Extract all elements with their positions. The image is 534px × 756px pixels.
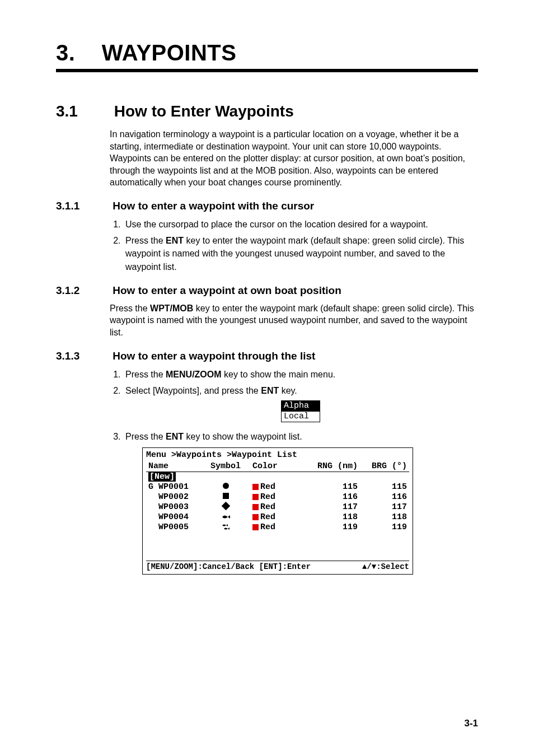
col-symbol: Symbol [201, 461, 250, 472]
step-313-1: Press the MENU/ZOOM key to show the main… [123, 368, 476, 381]
col-name: Name [146, 461, 201, 472]
table-row: WP0005 Red 119 119 [146, 522, 409, 533]
chapter-number: 3. [56, 40, 95, 66]
section-intro: In navigation terminology a waypoint is … [110, 128, 476, 189]
subsection-311-heading: 3.1.1 How to enter a waypoint with the c… [56, 200, 478, 212]
step-313-2: Select [Waypoints], and press the ENT ke… [123, 384, 476, 422]
menu-option-alpha: Alpha [281, 400, 320, 411]
figure-footer-left: [MENU/ZOOM]:Cancel/Back [ENT]:Enter [146, 562, 311, 572]
subsection-312-heading: 3.1.2 How to enter a waypoint at own boa… [56, 284, 478, 297]
step-313-3: Press the ENT key to show the waypoint l… [123, 430, 476, 575]
subsection-313-heading: 3.1.3 How to enter a waypoint through th… [56, 350, 478, 362]
square-icon [223, 493, 229, 499]
section-heading: 3.1 How to Enter Waypoints [56, 102, 478, 120]
waypoint-list-figure: Menu >Waypoints >Waypoint List Name Symb… [142, 447, 413, 575]
p-312: Press the WPT/MOB key to enter the waypo… [110, 302, 476, 339]
subsection-312-number: 3.1.2 [56, 284, 110, 297]
menu-figure: Alpha Local [281, 400, 320, 422]
col-brg: BRG (°) [360, 461, 409, 472]
fish-icon [221, 514, 230, 520]
section-number: 3.1 [56, 102, 110, 120]
step-311-1: Use the cursorpad to place the cursor on… [123, 218, 476, 231]
subsection-311-title: How to enter a waypoint with the cursor [113, 200, 314, 212]
fish-group-icon [221, 524, 230, 530]
chapter-title-text: WAYPOINTS [102, 40, 237, 65]
subsection-311-number: 3.1.1 [56, 200, 110, 212]
red-swatch-icon [252, 524, 259, 530]
table-row: G WP0001 Red 115 115 [146, 482, 409, 492]
red-swatch-icon [252, 514, 259, 520]
waypoint-list-breadcrumb: Menu >Waypoints >Waypoint List [146, 450, 409, 461]
col-rng: RNG (nm) [305, 461, 360, 472]
diamond-icon [221, 502, 230, 511]
subsection-313-title: How to enter a waypoint through the list [113, 350, 315, 362]
subsection-312-title: How to enter a waypoint at own boat posi… [113, 284, 341, 296]
step-311-2: Press the ENT key to enter the waypoint … [123, 234, 476, 273]
red-swatch-icon [252, 494, 259, 500]
subsection-313-number: 3.1.3 [56, 350, 110, 362]
red-swatch-icon [252, 504, 259, 510]
red-swatch-icon [252, 484, 259, 490]
circle-icon [223, 483, 229, 489]
col-color: Color [250, 461, 305, 472]
menu-option-local: Local [281, 411, 320, 422]
chapter-heading: 3. WAYPOINTS [56, 40, 478, 72]
row-new: [New] [146, 472, 409, 483]
figure-footer-right: ▲/▼:Select [362, 562, 409, 572]
table-row: WP0004 Red 118 118 [146, 512, 409, 522]
page-number: 3-1 [464, 718, 478, 729]
table-row: WP0003 Red 117 117 [146, 502, 409, 512]
table-row: WP0002 Red 116 116 [146, 492, 409, 502]
section-title: How to Enter Waypoints [114, 102, 294, 120]
